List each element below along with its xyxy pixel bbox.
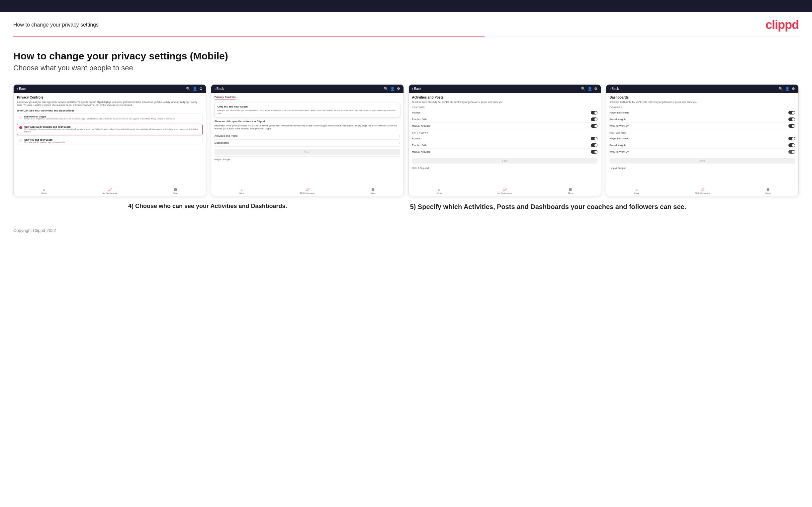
- breadcrumb: How to change your privacy settings: [13, 22, 99, 28]
- manual-follower-label: Manual Activities: [412, 150, 431, 153]
- nav-performance-4[interactable]: 📈 My Performance: [695, 188, 710, 194]
- radio-everyone[interactable]: [19, 116, 22, 119]
- nav-home-2[interactable]: ⌂ Home: [239, 188, 244, 194]
- toggle-player-dash-coach[interactable]: Player Dashboard: [609, 110, 795, 116]
- privacy-tab-2[interactable]: Privacy Controls: [214, 96, 236, 100]
- toggle-what-to-work-follower[interactable]: What To Work On: [609, 149, 795, 155]
- home-label-1: Home: [42, 192, 47, 194]
- toggle-drills-follower[interactable]: Practice Drills: [412, 142, 598, 149]
- toggle-player-dash-follower[interactable]: Player Dashboard: [609, 135, 795, 142]
- dashboards-body: Select the dashboards that you'd like to…: [609, 101, 795, 104]
- search-icon-1[interactable]: 🔍: [186, 87, 191, 91]
- toggle-round-insights-follower[interactable]: Round Insights: [609, 142, 795, 149]
- toggle-drills-coach[interactable]: Practice Drills: [412, 116, 598, 123]
- menu-label-4: Menu: [765, 192, 770, 194]
- tooltip-title-2: Only You and Your Coach: [217, 105, 397, 108]
- back-button-2[interactable]: ‹ Back: [214, 87, 224, 91]
- nav-home-4[interactable]: ⌂ Home: [634, 188, 639, 194]
- profile-icon-2[interactable]: 👤: [390, 87, 395, 91]
- save-btn-4[interactable]: Save: [609, 158, 795, 164]
- toggle-what-to-work-follower-switch[interactable]: [789, 150, 795, 154]
- toggle-manual-follower[interactable]: Manual Activities: [412, 149, 598, 155]
- activities-arrow: ›: [399, 134, 400, 138]
- nav-performance-1[interactable]: 📈 My Performance: [103, 188, 117, 194]
- option-followers-coach[interactable]: Only Approved Followers and Your Coach O…: [17, 124, 203, 135]
- home-label-2: Home: [239, 192, 244, 194]
- caption-right: 5) Specify which Activities, Posts and D…: [407, 202, 799, 211]
- nav-home-3[interactable]: ⌂ Home: [437, 188, 442, 194]
- toggle-rounds-coach[interactable]: Rounds: [412, 110, 598, 116]
- page-subtitle: Choose what you want people to see: [13, 64, 799, 72]
- toggle-manual-coach[interactable]: Manual Activities: [412, 123, 598, 129]
- player-dash-follower-label: Player Dashboard: [609, 137, 629, 140]
- back-button-3[interactable]: ‹ Back: [412, 87, 421, 91]
- toggle-drills-follower-switch[interactable]: [591, 143, 598, 147]
- profile-icon-3[interactable]: 👤: [588, 87, 592, 91]
- settings-icon-4[interactable]: ⚙: [792, 87, 795, 91]
- toggle-rounds-follower[interactable]: Rounds: [412, 135, 598, 142]
- bottom-nav-4: ⌂ Home 📈 My Performance ☰ Menu: [606, 186, 798, 196]
- nav-home-1[interactable]: ⌂ Home: [42, 188, 47, 194]
- tooltip-body-2: Only you and the coaches you connect wit…: [217, 109, 397, 115]
- radio-followers-coach[interactable]: [19, 126, 22, 129]
- toggle-what-to-work-coach[interactable]: What To Work On: [609, 123, 795, 129]
- phone-content-1: Privacy Controls Control how you and you…: [14, 93, 206, 186]
- home-icon-2: ⌂: [241, 188, 243, 191]
- toggle-round-insights-follower-switch[interactable]: [789, 143, 795, 147]
- privacy-controls-title-1: Privacy Controls: [17, 96, 203, 99]
- back-button-1[interactable]: ‹ Back: [17, 87, 26, 91]
- coaches-label-3: COACHES: [412, 106, 598, 109]
- nav-menu-4[interactable]: ☰ Menu: [765, 188, 770, 194]
- help-support-3[interactable]: Help & Support: [412, 165, 598, 171]
- page-title: How to change your privacy settings (Mob…: [13, 50, 799, 62]
- phone-header-4: ‹ Back 🔍 👤 ⚙: [606, 84, 798, 93]
- drills-follower-label: Practice Drills: [412, 144, 427, 147]
- search-icon-4[interactable]: 🔍: [778, 87, 783, 91]
- toggle-player-dash-follower-switch[interactable]: [789, 137, 795, 140]
- nav-performance-2[interactable]: 📈 My Performance: [300, 188, 315, 194]
- toggle-manual-coach-switch[interactable]: [591, 124, 598, 128]
- toggle-round-insights-coach[interactable]: Round Insights: [609, 116, 795, 123]
- nav-menu-1[interactable]: ☰ Menu: [173, 188, 178, 194]
- performance-icon-3: 📈: [503, 188, 507, 191]
- toggle-player-dash-coach-switch[interactable]: [789, 111, 795, 114]
- back-button-4[interactable]: ‹ Back: [609, 87, 619, 91]
- save-btn-2[interactable]: Save: [214, 149, 400, 155]
- settings-icon-2[interactable]: ⚙: [397, 87, 400, 91]
- toggle-drills-coach-switch[interactable]: [591, 117, 598, 121]
- toggle-manual-follower-switch[interactable]: [591, 150, 598, 154]
- activities-posts-body: Select the types of activity that you'd …: [412, 101, 598, 104]
- screenshots-row: ‹ Back 🔍 👤 ⚙ Privacy Controls Control ho…: [13, 84, 799, 196]
- toggle-round-insights-coach-switch[interactable]: [789, 117, 795, 121]
- coaches-label-4: COACHES: [609, 106, 795, 109]
- option-everyone[interactable]: Everyone on Clippd Everyone on Clippd ca…: [17, 113, 203, 122]
- nav-menu-3[interactable]: ☰ Menu: [568, 188, 573, 194]
- settings-icon-1[interactable]: ⚙: [199, 87, 203, 91]
- profile-icon-1[interactable]: 👤: [193, 87, 197, 91]
- nav-menu-2[interactable]: ☰ Menu: [371, 188, 375, 194]
- toggle-what-to-work-coach-switch[interactable]: [789, 124, 795, 128]
- screenshot-1: ‹ Back 🔍 👤 ⚙ Privacy Controls Control ho…: [13, 84, 206, 196]
- round-insights-follower-label: Round Insights: [609, 144, 626, 147]
- settings-icon-3[interactable]: ⚙: [594, 87, 598, 91]
- phone-header-3: ‹ Back 🔍 👤 ⚙: [409, 84, 601, 93]
- search-icon-2[interactable]: 🔍: [384, 87, 388, 91]
- list-dashboards[interactable]: Dashboards ›: [214, 140, 400, 147]
- dashboards-title: Dashboards: [609, 96, 795, 99]
- menu-label-1: Menu: [173, 192, 178, 194]
- toggle-rounds-follower-switch[interactable]: [591, 137, 598, 140]
- help-support-4[interactable]: Help & Support: [609, 165, 795, 171]
- option-only-coach[interactable]: Only You and Your Coach Only you and the…: [17, 137, 203, 146]
- header-icons-4: 🔍 👤 ⚙: [778, 87, 795, 91]
- search-icon-3[interactable]: 🔍: [581, 87, 586, 91]
- save-btn-3[interactable]: Save: [412, 158, 598, 164]
- help-support-2[interactable]: Help & Support: [214, 156, 400, 162]
- list-activities-posts[interactable]: Activities and Posts ›: [214, 133, 400, 140]
- radio-only-coach[interactable]: [19, 139, 22, 142]
- option-only-coach-desc: Only you and the coaches you connect wit…: [24, 141, 65, 144]
- option-everyone-label: Everyone on Clippd: [24, 115, 175, 118]
- nav-performance-3[interactable]: 📈 My Performance: [498, 188, 512, 194]
- toggle-rounds-coach-switch[interactable]: [591, 111, 598, 114]
- profile-icon-4[interactable]: 👤: [785, 87, 790, 91]
- copyright: Copyright Clippd 2022: [13, 228, 56, 233]
